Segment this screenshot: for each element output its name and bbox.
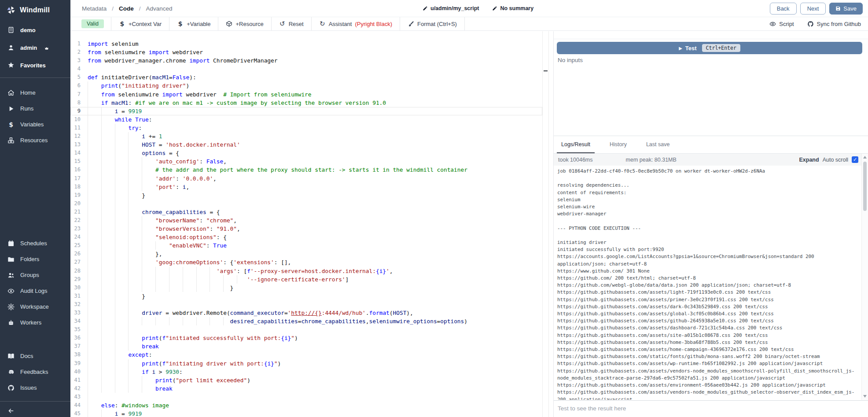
sidebar-item-workspace[interactable]: Workspace <box>0 299 70 315</box>
scroll-down-arrow[interactable] <box>863 395 867 398</box>
code-line[interactable]: 41 print("port limit exceeded") <box>70 376 542 384</box>
code-line[interactable]: 26 }, <box>70 250 542 258</box>
code-line[interactable]: 36 print(f"initiated successfully with p… <box>70 334 542 342</box>
code-line[interactable]: 18 'port': i, <box>70 183 542 191</box>
code-line[interactable]: 38 except: <box>70 351 542 359</box>
app-logo[interactable]: Windmill <box>0 0 70 17</box>
code-line[interactable]: 33 driver = webdriver.Remote(command_exe… <box>70 309 542 317</box>
sidebar-collapse-button[interactable] <box>0 405 70 417</box>
script-path-edit[interactable]: u/admin/my_script <box>423 5 479 11</box>
code-line[interactable]: 37 break <box>70 342 542 351</box>
breadcrumb-code[interactable]: Code <box>119 5 134 12</box>
scroll-up-arrow[interactable] <box>863 156 867 159</box>
-variable-button[interactable]: $+Variable <box>169 17 218 30</box>
code-line[interactable]: 15 'auto_config': False, <box>70 157 542 166</box>
scrollbar-thumb[interactable] <box>863 162 867 211</box>
sidebar-item-schedules[interactable]: Schedules <box>0 236 70 251</box>
tab-history[interactable]: History <box>605 137 631 153</box>
code-line[interactable]: 6 print("initiating driver") <box>70 81 542 90</box>
back-button[interactable]: Back <box>770 3 797 15</box>
test-panel: ▶ Test Ctrl+Enter No inputs Logs/ResultH… <box>553 31 868 417</box>
logs-scrollbar[interactable] <box>861 154 868 400</box>
code-line[interactable]: 40 if i > 9930: <box>70 368 542 376</box>
sidebar-item-resources[interactable]: Resources <box>0 133 70 148</box>
code-line[interactable]: 43 <box>70 393 542 401</box>
assistant-button[interactable]: ↻Assistant(Pyright Black) <box>312 17 400 30</box>
code-line[interactable]: 9 i = 9919 <box>70 107 542 115</box>
code-line[interactable]: 14 options = { <box>70 149 542 157</box>
breadcrumb-advanced[interactable]: Advanced <box>146 5 173 12</box>
code-line[interactable]: 16 # the addr and the port where the pro… <box>70 166 542 174</box>
code-line[interactable]: 32 <box>70 300 542 309</box>
code-line[interactable]: 42 break <box>70 384 542 393</box>
code-line[interactable]: 30 } <box>70 284 542 292</box>
line-number: 15 <box>70 157 86 166</box>
autoscroll-checkbox[interactable]: ✓ <box>852 156 858 163</box>
code-line[interactable]: 23 "browserVersion": "91.0", <box>70 225 542 233</box>
script-summary-edit[interactable]: No summary <box>492 5 533 11</box>
code-line[interactable]: 27 'goog:chromeOptions': {'extensions': … <box>70 258 542 266</box>
code-line[interactable]: 7 from seleniumwire import webdriver # I… <box>70 90 542 99</box>
code-line[interactable]: 29 '--ignore-certificate-errors'] <box>70 275 542 284</box>
sidebar-item-label: Resources <box>20 137 48 144</box>
code-line[interactable]: 12 i += 1 <box>70 132 542 140</box>
calendar-icon <box>7 240 15 247</box>
-context-var-button[interactable]: $+Context Var <box>111 17 169 30</box>
code-line[interactable]: 35 <box>70 325 542 334</box>
code-line[interactable]: 21 chrome_capabilities = { <box>70 208 542 216</box>
code-line[interactable]: 8 if macM1: #if we are on mac m1 -> cust… <box>70 99 542 107</box>
sidebar-item-runs[interactable]: Runs <box>0 101 70 117</box>
code-line[interactable]: 17 'addr': '0.0.0.0', <box>70 174 542 183</box>
next-button[interactable]: Next <box>800 3 826 15</box>
sidebar-item-demo[interactable]: demo <box>0 21 70 39</box>
sidebar-item-docs[interactable]: Docs <box>0 348 70 364</box>
save-button[interactable]: Save <box>829 3 863 15</box>
code-line[interactable]: 25 "enableVNC": True <box>70 241 542 250</box>
code-line[interactable]: 4 <box>70 65 542 73</box>
sidebar-item-favorites[interactable]: Favorites <box>0 56 70 74</box>
expand-logs-button[interactable]: Expand <box>799 157 819 163</box>
sidebar-item-audit-logs[interactable]: Audit Logs <box>0 283 70 299</box>
line-number: 33 <box>70 309 86 317</box>
sidebar-item-admin[interactable]: admin <box>0 39 70 56</box>
sidebar-item-groups[interactable]: Groups <box>0 267 70 283</box>
sidebar-item-variables[interactable]: $Variables <box>0 117 70 133</box>
code-line[interactable]: 44 else: #windows image <box>70 401 542 410</box>
reset-button[interactable]: ↺Reset <box>272 17 311 30</box>
code-line[interactable]: 31 } <box>70 292 542 300</box>
code-line[interactable]: 34 desired_capabilities=chrome_capabilit… <box>70 317 542 325</box>
editor-overview-ruler[interactable] <box>542 31 549 417</box>
code-line[interactable]: 28 'args': [f'--proxy-server=host.docker… <box>70 267 542 275</box>
tab-logs-result[interactable]: Logs/Result <box>557 137 595 153</box>
-resource-button[interactable]: +Resource <box>218 17 271 30</box>
tab-last-save[interactable]: Last save <box>642 137 674 153</box>
code-line[interactable]: 19 } <box>70 191 542 199</box>
sidebar-item-home[interactable]: Home <box>0 85 70 101</box>
code-line[interactable]: 10 while True: <box>70 115 542 124</box>
code-line[interactable]: 1import selenium <box>70 40 542 48</box>
sync-from-github-button[interactable]: Sync from Github <box>807 21 861 27</box>
code-line[interactable]: 11 try: <box>70 124 542 132</box>
code-line-content: print("port limit exceeded") <box>88 376 250 384</box>
code-line[interactable]: 39 print(f"initiating driver with port:{… <box>70 359 542 368</box>
code-line[interactable]: 2from seleniumwire import webdriver <box>70 48 542 56</box>
sidebar: Windmill demoadminFavorites HomeRuns$Var… <box>0 0 70 417</box>
sidebar-item-folders[interactable]: Folders <box>0 251 70 267</box>
code-line[interactable]: 22 "browserName": "chrome", <box>70 216 542 225</box>
script-view-button[interactable]: Script <box>769 21 794 27</box>
code-line-content: if i > 9930: <box>88 368 183 376</box>
header-actions: Back Next Save <box>770 3 863 15</box>
code-line[interactable]: 5def initiateDriver(macM1=False): <box>70 73 542 81</box>
code-line[interactable]: 24 "selenoid:options": { <box>70 233 542 241</box>
code-line[interactable]: 13 HOST = 'host.docker.internal' <box>70 140 542 149</box>
sidebar-item-issues[interactable]: Issues <box>0 380 70 396</box>
sidebar-item-feedbacks[interactable]: Feedbacks <box>0 364 70 380</box>
sidebar-item-workers[interactable]: Workers <box>0 315 70 331</box>
format-ctrl-s--button[interactable]: Format (Ctrl+S) <box>400 17 464 30</box>
code-line[interactable]: 3from webdriver_manager.chrome import Ch… <box>70 56 542 65</box>
breadcrumb-metadata[interactable]: Metadata <box>82 5 107 12</box>
code-editor[interactable]: 1import selenium2from seleniumwire impor… <box>70 31 542 417</box>
code-line[interactable]: 20 <box>70 199 542 208</box>
code-line[interactable]: 45 i = 9919 <box>70 410 542 417</box>
test-button[interactable]: ▶ Test Ctrl+Enter <box>557 42 862 54</box>
